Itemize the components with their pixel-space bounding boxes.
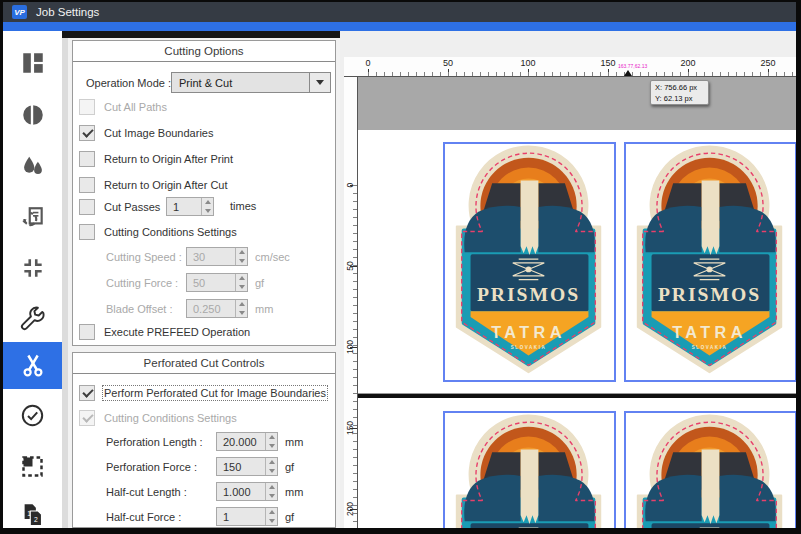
spinner-arrows-icon — [235, 300, 247, 317]
sidebar-item-tools[interactable] — [3, 296, 62, 340]
sidebar-item-contrast[interactable] — [3, 93, 62, 137]
job-settings-window: VP Job Settings — [0, 0, 801, 534]
panel-top-strip — [62, 31, 340, 38]
checkbox-return-after-cut[interactable] — [79, 177, 95, 193]
sidebar-item-schedule[interactable] — [3, 393, 62, 437]
cutting-conditions-row: Cutting Conditions Settings — [79, 223, 237, 241]
blade-offset-unit: mm — [255, 303, 273, 315]
ink-drops-icon — [20, 153, 46, 179]
cutting-conditions-label: Cutting Conditions Settings — [104, 226, 237, 238]
titlebar: VP Job Settings — [3, 2, 796, 22]
label-object-3[interactable] — [443, 411, 616, 528]
clock-check-icon — [19, 402, 46, 429]
halfcut-length-label: Half-cut Length : — [106, 486, 216, 498]
operation-mode-dropdown-button[interactable] — [309, 73, 330, 92]
selection-marks-icon — [19, 453, 46, 480]
halfcut-length-unit: mm — [285, 486, 303, 498]
checkbox-execute-prefeed[interactable] — [79, 324, 95, 340]
halfcut-length-spinner[interactable]: 1.000 — [216, 482, 278, 501]
sidebar-item-ink[interactable] — [3, 144, 62, 188]
accent-bar — [3, 22, 796, 31]
label-object-1[interactable] — [443, 142, 616, 382]
spinner-arrows-icon[interactable] — [265, 483, 277, 500]
sidebar-item-pages[interactable]: 1 2 — [3, 493, 62, 534]
cutting-force-value: 50 — [187, 277, 235, 289]
cutting-speed-value: 30 — [187, 251, 235, 263]
perforated-cut-title: Perforated Cut Controls — [73, 353, 335, 374]
perform-perforated-label: Perform Perforated Cut for Image Boundar… — [104, 387, 326, 399]
execute-prefeed-row: Execute PREFEED Operation — [79, 323, 250, 341]
check-icon — [82, 126, 93, 137]
layout-icon — [20, 50, 46, 76]
groupbox-cutting-options: Cutting Options Operation Mode : Print &… — [72, 40, 336, 346]
checkbox-return-after-print[interactable] — [79, 151, 95, 167]
cut-all-paths-label: Cut All Paths — [104, 101, 167, 113]
execute-prefeed-label: Execute PREFEED Operation — [104, 326, 250, 338]
check-icon — [82, 386, 93, 397]
cursor-coordinates-readout: 163.77,62.13 — [618, 63, 647, 69]
spinner-arrows-icon[interactable] — [265, 433, 277, 450]
sidebar-item-layout[interactable] — [3, 41, 62, 85]
spinner-arrows-icon — [235, 248, 247, 265]
check-icon — [82, 411, 93, 422]
cut-image-boundaries-row: Cut Image Boundaries — [79, 124, 213, 142]
label-object-2[interactable] — [624, 142, 796, 382]
document-refresh-icon — [20, 205, 46, 231]
checkbox-perform-perforated[interactable] — [79, 385, 95, 401]
checkbox-cut-passes[interactable] — [79, 199, 95, 215]
h-ruler-tick-label: 200 — [677, 58, 699, 68]
perforation-length-label: Perforation Length : — [106, 436, 216, 448]
cut-passes-spinner[interactable]: 1 — [166, 197, 214, 216]
cutting-speed-spinner[interactable]: 30 — [186, 247, 248, 266]
perforation-length-row: Perforation Length : 20.000 mm — [106, 432, 327, 451]
perforation-length-spinner[interactable]: 20.000 — [216, 432, 278, 451]
cut-passes-label: Cut Passes — [104, 201, 160, 213]
tooltip-y: Y: 62.13 px — [655, 93, 708, 104]
blade-offset-spinner[interactable]: 0.250 — [186, 299, 248, 318]
checkbox-perforated-conditions[interactable] — [79, 410, 95, 426]
wrench-icon — [19, 305, 46, 332]
h-ruler-tick-label: 50 — [437, 58, 459, 68]
spinner-arrows-icon[interactable] — [265, 508, 277, 525]
h-ruler-tick-label: 250 — [757, 58, 779, 68]
halfcut-force-value: 1 — [217, 511, 265, 523]
badge-artwork — [445, 413, 614, 528]
spinner-arrows-icon[interactable] — [201, 198, 213, 215]
sidebar-item-cutting[interactable] — [3, 342, 62, 389]
halfcut-length-value: 1.000 — [217, 486, 265, 498]
blade-offset-row: Blade Offset : 0.250 mm — [106, 299, 327, 318]
perforation-force-row: Perforation Force : 150 gf — [106, 457, 327, 476]
halfcut-force-row: Half-cut Force : 1 gf — [106, 507, 327, 526]
groupbox-perforated-cut: Perforated Cut Controls Perform Perforat… — [72, 352, 336, 528]
checkbox-cut-all-paths[interactable] — [79, 99, 95, 115]
horizontal-ruler: 0 50 100 150 200 250 163.77,62.13 — [344, 57, 796, 77]
sidebar-item-crop-marks[interactable] — [3, 246, 62, 290]
halfcut-length-row: Half-cut Length : 1.000 mm — [106, 482, 327, 501]
perform-perforated-row: Perform Perforated Cut for Image Boundar… — [79, 384, 326, 402]
cutting-speed-row: Cutting Speed : 30 cm/sec — [106, 247, 327, 266]
halfcut-force-spinner[interactable]: 1 — [216, 507, 278, 526]
perforated-conditions-row: Cutting Conditions Settings — [79, 409, 237, 427]
cutting-speed-label: Cutting Speed : — [106, 251, 186, 263]
label-object-4[interactable] — [624, 411, 796, 528]
cutting-force-spinner[interactable]: 50 — [186, 273, 248, 292]
operation-mode-select[interactable]: Print & Cut — [171, 72, 331, 93]
perforation-length-value: 20.000 — [217, 436, 265, 448]
operation-mode-label: Operation Mode : — [86, 77, 171, 89]
cutting-force-label: Cutting Force : — [106, 277, 186, 289]
operation-mode-row: Operation Mode : — [86, 73, 171, 92]
spinner-arrows-icon[interactable] — [265, 458, 277, 475]
cursor-position-marker — [624, 70, 632, 76]
cut-passes-value: 1 — [167, 201, 201, 213]
sidebar-item-marks[interactable] — [3, 444, 62, 488]
sidebar-item-file-convert[interactable] — [3, 196, 62, 240]
h-ruler-tick-label: 100 — [517, 58, 539, 68]
perforation-force-spinner[interactable]: 150 — [216, 457, 278, 476]
checkbox-cut-image-boundaries[interactable] — [79, 125, 95, 141]
checkbox-cutting-conditions[interactable] — [79, 224, 95, 240]
duplicate-pages-icon: 1 2 — [19, 502, 46, 529]
window-title: Job Settings — [36, 6, 99, 18]
scissors-icon — [19, 352, 47, 380]
sidebar: 1 2 — [3, 31, 62, 528]
perforation-force-unit: gf — [285, 461, 294, 473]
